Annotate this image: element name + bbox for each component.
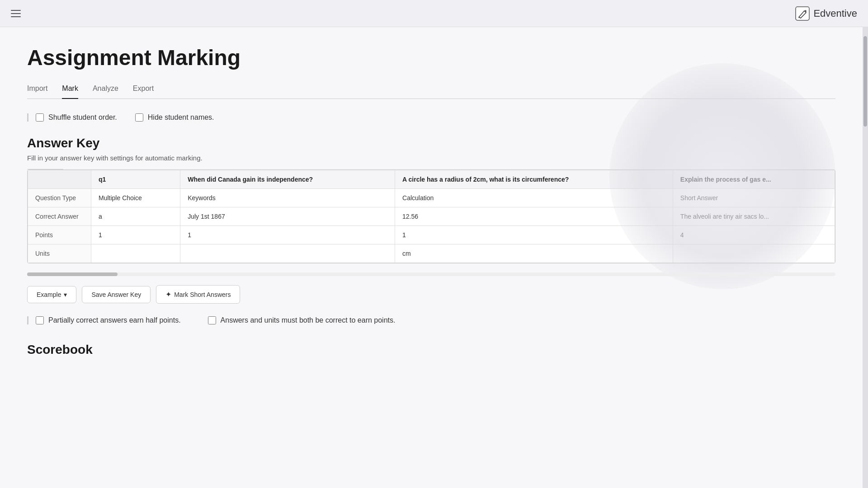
- hide-names-label: Hide student names.: [148, 113, 214, 122]
- example-label: Example: [37, 291, 61, 298]
- brand-logo: Edventive: [795, 6, 857, 21]
- row-label-question-type: Question Type: [28, 189, 91, 207]
- answer-key-table-wrapper: q1 When did Canada gain its independence…: [27, 169, 835, 263]
- hide-names-checkbox[interactable]: [135, 113, 143, 122]
- answer-key-table: q1 When did Canada gain its independence…: [28, 170, 835, 263]
- cell-q2-units[interactable]: [180, 244, 395, 263]
- vertical-scrollbar[interactable]: [863, 27, 868, 488]
- units-correct-checkbox[interactable]: [208, 316, 216, 324]
- cell-q3-question-type[interactable]: Calculation: [395, 189, 673, 207]
- table-row: Correct Answer a July 1st 1867 12.56 The…: [28, 207, 835, 226]
- topbar: Edventive: [0, 0, 868, 27]
- horizontal-scrollbar[interactable]: [27, 272, 835, 276]
- shuffle-option[interactable]: Shuffle student order.: [36, 113, 117, 122]
- tab-import[interactable]: Import: [27, 81, 47, 99]
- options-row: Shuffle student order. Hide student name…: [27, 113, 835, 122]
- hamburger-button[interactable]: [11, 10, 21, 17]
- shuffle-checkbox[interactable]: [36, 113, 44, 122]
- mark-short-answers-button[interactable]: ✦ Mark Short Answers: [156, 285, 240, 304]
- table-row: Units cm: [28, 244, 835, 263]
- shuffle-label: Shuffle student order.: [48, 113, 117, 122]
- scrollbar-thumb[interactable]: [863, 36, 867, 127]
- cell-q2-question-type[interactable]: Keywords: [180, 189, 395, 207]
- table-header-row: q1 When did Canada gain its independence…: [28, 170, 835, 189]
- cell-q3-correct-answer[interactable]: 12.56: [395, 207, 673, 226]
- bottom-options: Partially correct answers earn half poin…: [27, 316, 835, 324]
- row-label-correct-answer: Correct Answer: [28, 207, 91, 226]
- scrollbar-thumb[interactable]: [27, 272, 118, 276]
- col-header-empty: [28, 170, 91, 189]
- cell-q4-points[interactable]: 4: [673, 226, 835, 244]
- cell-q3-units[interactable]: cm: [395, 244, 673, 263]
- buttons-row: Example ▾ Save Answer Key ✦ Mark Short A…: [27, 285, 835, 304]
- partial-correct-checkbox[interactable]: [36, 316, 44, 324]
- chevron-down-icon: ▾: [64, 291, 67, 298]
- main-wrapper: Assignment Marking Import Mark Analyze E…: [0, 27, 868, 488]
- svg-rect-0: [796, 7, 809, 20]
- cell-q1-question-type[interactable]: Multiple Choice: [91, 189, 180, 207]
- cell-q3-points[interactable]: 1: [395, 226, 673, 244]
- mark-label: Mark Short Answers: [174, 291, 231, 298]
- row-label-units: Units: [28, 244, 91, 263]
- save-answer-key-button[interactable]: Save Answer Key: [82, 286, 151, 303]
- cell-q1-points[interactable]: 1: [91, 226, 180, 244]
- col-header-q1: q1: [91, 170, 180, 189]
- cell-q1-correct-answer[interactable]: a: [91, 207, 180, 226]
- example-button[interactable]: Example ▾: [27, 286, 76, 303]
- content-area: Assignment Marking Import Mark Analyze E…: [0, 27, 863, 488]
- tab-bar: Import Mark Analyze Export: [27, 81, 835, 99]
- partial-correct-option[interactable]: Partially correct answers earn half poin…: [36, 316, 181, 324]
- table-row: Question Type Multiple Choice Keywords C…: [28, 189, 835, 207]
- scorebook-title: Scorebook: [27, 343, 835, 357]
- col-header-q3: A circle has a radius of 2cm, what is it…: [395, 170, 673, 189]
- hide-names-option[interactable]: Hide student names.: [135, 113, 214, 122]
- units-correct-option[interactable]: Answers and units must both be correct t…: [208, 316, 396, 324]
- cell-q4-correct-answer[interactable]: The alveoli are tiny air sacs lo...: [673, 207, 835, 226]
- answer-key-desc: Fill in your answer key with settings fo…: [27, 154, 835, 162]
- col-header-q2: When did Canada gain its independence?: [180, 170, 395, 189]
- cell-q2-correct-answer[interactable]: July 1st 1867: [180, 207, 395, 226]
- tab-export[interactable]: Export: [133, 81, 154, 99]
- table-row: Points 1 1 1 4: [28, 226, 835, 244]
- cell-q4-question-type[interactable]: Short Answer: [673, 189, 835, 207]
- tab-analyze[interactable]: Analyze: [93, 81, 118, 99]
- save-label: Save Answer Key: [91, 291, 141, 298]
- brand-name: Edventive: [813, 8, 857, 19]
- row-label-points: Points: [28, 226, 91, 244]
- tab-mark[interactable]: Mark: [62, 81, 78, 99]
- cell-q1-units[interactable]: [91, 244, 180, 263]
- brand-icon: [795, 6, 810, 21]
- answer-key-title: Answer Key: [27, 136, 835, 150]
- page-title: Assignment Marking: [27, 45, 835, 70]
- col-header-q4: Explain the process of gas e...: [673, 170, 835, 189]
- units-correct-label: Answers and units must both be correct t…: [221, 316, 396, 324]
- cell-q2-points[interactable]: 1: [180, 226, 395, 244]
- cell-q4-units[interactable]: [673, 244, 835, 263]
- mark-icon: ✦: [165, 290, 171, 299]
- partial-correct-label: Partially correct answers earn half poin…: [48, 316, 181, 324]
